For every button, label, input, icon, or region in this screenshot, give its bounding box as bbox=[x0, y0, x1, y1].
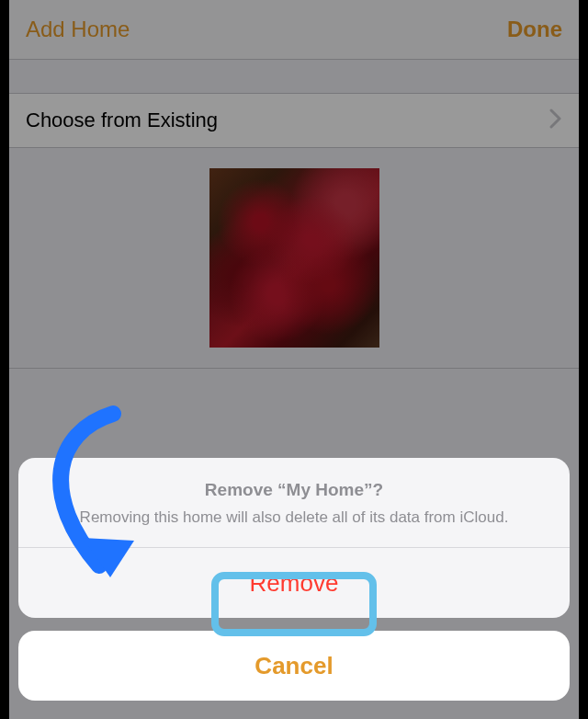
chevron-right-icon bbox=[549, 106, 562, 135]
wallpaper-thumbnail[interactable] bbox=[209, 168, 379, 348]
action-sheet-panel: Remove “My Home”? Removing this home wil… bbox=[18, 458, 570, 618]
action-sheet-title: Remove “My Home”? bbox=[44, 480, 544, 500]
action-sheet: Remove “My Home”? Removing this home wil… bbox=[18, 458, 570, 701]
action-sheet-message: Removing this home will also delete all … bbox=[44, 508, 544, 529]
done-button[interactable]: Done bbox=[507, 17, 562, 42]
wallpaper-thumbnail-area bbox=[9, 148, 579, 369]
spacer bbox=[9, 60, 579, 93]
choose-existing-label: Choose from Existing bbox=[26, 108, 218, 132]
page-title: Add Home bbox=[26, 17, 130, 42]
nav-bar: Add Home Done bbox=[9, 0, 579, 60]
remove-button[interactable]: Remove bbox=[18, 548, 570, 618]
choose-existing-row[interactable]: Choose from Existing bbox=[9, 93, 579, 148]
action-sheet-header: Remove “My Home”? Removing this home wil… bbox=[18, 458, 570, 548]
cancel-button[interactable]: Cancel bbox=[18, 631, 570, 701]
